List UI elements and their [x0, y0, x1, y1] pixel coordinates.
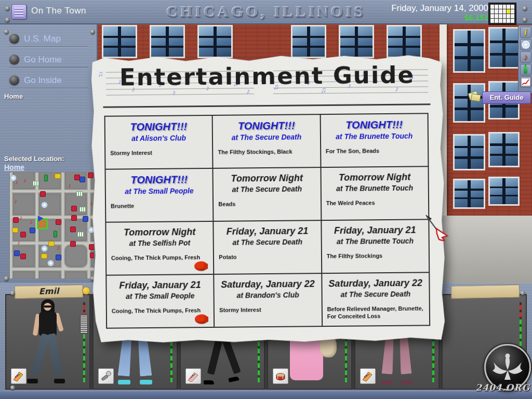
- window-icon: [197, 25, 233, 58]
- screw-icon: [5, 6, 10, 11]
- event-when: Tomorrow Night: [106, 227, 213, 238]
- guide-cell: TONIGHT!!!at The Secure DeathThe Filthy …: [213, 115, 320, 168]
- window-icon: [453, 134, 485, 170]
- watermark-text: 2404.ORG: [470, 382, 530, 393]
- shirt-map-icon: [12, 228, 18, 233]
- window-icon: [453, 29, 485, 73]
- sidebar-item-us-map[interactable]: U.S. Map: [0, 31, 94, 48]
- shirt-map-icon: [48, 241, 55, 246]
- event-acts: The Filthy Stockings, Black: [213, 148, 320, 156]
- button-knob-icon: [9, 55, 19, 64]
- sidebar-item-go-inside[interactable]: Go Inside: [0, 72, 94, 90]
- chart-icon[interactable]: [520, 76, 531, 88]
- event-acts: Beads: [214, 200, 320, 208]
- jacketb-map-icon: [56, 255, 61, 260]
- band-member-slot[interactable]: Emil: [5, 294, 90, 390]
- city-block: [64, 270, 88, 279]
- window-icon: [453, 179, 485, 209]
- entertainment-guide-paper: ♫♪♪♫♪♪♫♪♪♫♪♪♫♪♪♫♪♪♫♪♪♫ Entertainment Gui…: [90, 54, 446, 344]
- shirt2-map-icon: [79, 207, 86, 212]
- screw-icon: [521, 291, 525, 296]
- note-map-icon: ♪: [57, 245, 60, 250]
- city-block: [38, 270, 62, 279]
- event-venue: at The Secure Death: [214, 184, 320, 194]
- event-when: Saturday, January 22: [215, 278, 322, 290]
- event-venue: at The Small People: [107, 291, 214, 301]
- game-screen: On The Town CHICAGO, ILLINOIS Friday, Ja…: [0, 0, 532, 399]
- jacket-map-icon: [71, 206, 77, 211]
- note-map-icon: ♪: [30, 219, 33, 224]
- sidebar: U.S. Map Go Home Go Inside Home Selected…: [0, 23, 98, 283]
- info-icon[interactable]: i: [520, 26, 531, 38]
- ent-guide-button[interactable]: Ent. Guide: [482, 91, 531, 104]
- calendar-icon[interactable]: [488, 3, 516, 25]
- window-icon: [102, 25, 137, 58]
- jacketb-map-icon: [14, 250, 20, 256]
- divider: [9, 67, 88, 68]
- right-toolbar: i♪: [518, 25, 532, 94]
- boxing-glove-icon: [195, 314, 207, 324]
- boxing-glove-icon: [194, 261, 207, 271]
- electric-guitar-icon[interactable]: [11, 368, 26, 384]
- guide-cell: TONIGHT!!!at The Small PeopleBrunette: [105, 169, 212, 222]
- shirt-map-icon: [41, 254, 47, 259]
- event-acts: Stormy Interest: [105, 149, 212, 157]
- bottle-map-icon: [44, 175, 48, 181]
- event-when: TONIGHT!!!: [105, 121, 212, 134]
- city-minimap[interactable]: ♪♪♪♪♪♪♪♪♪: [9, 172, 95, 279]
- bass-guitar-icon[interactable]: [185, 368, 201, 384]
- event-acts: Brunette: [106, 202, 212, 210]
- event-acts: Cooing, The Thick Pumps, Fresh: [107, 307, 214, 315]
- event-when: Friday, January 21: [322, 224, 429, 236]
- music-note-icon[interactable]: ♪: [520, 51, 531, 63]
- shirt2-map-icon: [77, 232, 84, 237]
- shirt-map-icon: [55, 174, 61, 179]
- event-venue: at The Selfish Pot: [107, 238, 213, 248]
- event-acts: The Weird Peaces: [322, 198, 428, 207]
- bottle-icon[interactable]: [520, 64, 531, 75]
- sidebar-item-go-home[interactable]: Go Home: [0, 51, 94, 69]
- jacketb-map-icon: [83, 216, 88, 222]
- note-map-icon: ♪: [19, 215, 22, 220]
- electric-guitar-icon[interactable]: [360, 368, 376, 384]
- event-acts: Stormy Interest: [215, 305, 321, 314]
- jacketb-map-icon: [79, 177, 85, 182]
- event-when: TONIGHT!!!: [321, 118, 428, 131]
- guide-cell: Friday, January 21at The Secure DeathPot…: [214, 221, 321, 274]
- band-member-character: [24, 299, 72, 383]
- top-bar: On The Town CHICAGO, ILLINOIS Friday, Ja…: [0, 0, 532, 24]
- sidebar-item-label: Go Inside: [24, 75, 62, 86]
- event-venue: at The Brunette Touch: [322, 236, 428, 246]
- button-knob-icon: [9, 34, 19, 44]
- event-venue: at The Small People: [106, 187, 212, 196]
- drum-icon[interactable]: [273, 368, 288, 384]
- current-area-label: Home: [4, 92, 23, 100]
- screw-icon: [523, 6, 527, 11]
- shirt2-map-icon: [33, 181, 39, 186]
- window-icon: [150, 25, 185, 58]
- guide-cell: Tomorrow Nightat The Secure DeathBeads: [214, 168, 321, 221]
- window-icon: [339, 25, 374, 58]
- guide-cell: Tomorrow Nightat The Brunette TouchThe W…: [321, 167, 428, 220]
- event-when: Saturday, January 22: [322, 277, 429, 289]
- selected-location-link[interactable]: Home: [4, 163, 24, 171]
- microphone-icon[interactable]: [98, 368, 114, 384]
- event-when: Friday, January 21: [107, 280, 214, 291]
- fader-knob[interactable]: [80, 315, 88, 334]
- event-venue: at The Brunette Touch: [321, 131, 428, 141]
- guide-title: Entertainment Guide: [90, 61, 444, 91]
- shirt2-map-icon: [76, 191, 83, 196]
- member-name-tape: Emil: [15, 285, 83, 299]
- jacket-map-icon: [13, 217, 19, 223]
- event-when: Tomorrow Night: [321, 171, 428, 183]
- cd-icon[interactable]: [520, 39, 531, 50]
- date-label: Friday, January 14, 2000: [391, 3, 488, 14]
- jacket-map-icon: [70, 227, 76, 232]
- jacket-map-icon: [20, 254, 26, 259]
- guide-cell: TONIGHT!!!at The Brunette TouchFor The S…: [321, 114, 428, 167]
- note-map-icon: ♪: [23, 178, 26, 183]
- event-acts: Potato: [214, 252, 321, 261]
- event-when: TONIGHT!!!: [106, 174, 213, 187]
- jacket-map-icon: [71, 215, 77, 221]
- event-venue: at The Secure Death: [214, 237, 321, 247]
